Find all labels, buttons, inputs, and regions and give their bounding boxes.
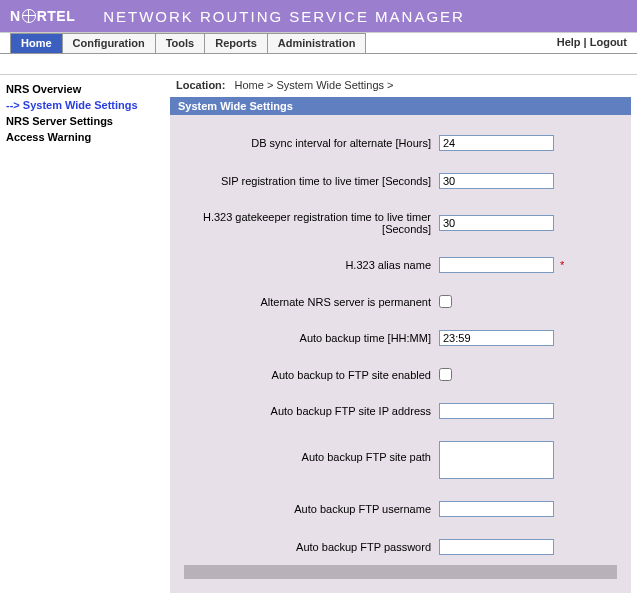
label-ftp-enabled: Auto backup to FTP site enabled xyxy=(184,369,439,381)
top-banner: N RTEL NETWORK ROUTING SERVICE MANAGER xyxy=(0,0,637,32)
tab-tools[interactable]: Tools xyxy=(155,33,206,53)
settings-form: DB sync interval for alternate [Hours] S… xyxy=(170,115,631,593)
label-ftp-pass: Auto backup FTP password xyxy=(184,541,439,553)
main-area: NRS Overview System Wide Settings NRS Se… xyxy=(0,75,637,598)
header-links: Help | Logout xyxy=(547,33,637,53)
label-ftp-user: Auto backup FTP username xyxy=(184,503,439,515)
label-sip-ttl: SIP registration time to live timer [Sec… xyxy=(184,175,439,187)
label-alt-permanent: Alternate NRS server is permanent xyxy=(184,296,439,308)
breadcrumb: Location: Home > System Wide Settings > xyxy=(170,75,631,97)
section-header: System Wide Settings xyxy=(170,97,631,115)
brand-logo: N RTEL xyxy=(10,8,75,24)
brand-post: RTEL xyxy=(37,8,76,24)
required-marker: * xyxy=(560,259,564,271)
sidebar-item-overview[interactable]: NRS Overview xyxy=(6,81,162,97)
checkbox-ftp-enabled[interactable] xyxy=(439,368,452,381)
input-ftp-pass[interactable] xyxy=(439,539,554,555)
input-h323-alias[interactable] xyxy=(439,257,554,273)
tab-reports[interactable]: Reports xyxy=(204,33,268,53)
breadcrumb-label: Location: xyxy=(176,79,226,91)
help-link[interactable]: Help xyxy=(557,36,581,48)
input-db-sync[interactable] xyxy=(439,135,554,151)
sidebar: NRS Overview System Wide Settings NRS Se… xyxy=(0,75,170,145)
brand-pre: N xyxy=(10,8,21,24)
breadcrumb-home[interactable]: Home xyxy=(235,79,264,91)
label-h323-ttl: H.323 gatekeeper registration time to li… xyxy=(184,211,439,235)
input-ftp-user[interactable] xyxy=(439,501,554,517)
input-h323-ttl[interactable] xyxy=(439,215,554,231)
app-title: NETWORK ROUTING SERVICE MANAGER xyxy=(103,8,465,25)
breadcrumb-current[interactable]: System Wide Settings xyxy=(276,79,384,91)
logout-link[interactable]: Logout xyxy=(590,36,627,48)
input-sip-ttl[interactable] xyxy=(439,173,554,189)
sidebar-item-access-warning[interactable]: Access Warning xyxy=(6,129,162,145)
breadcrumb-sep2: > xyxy=(387,79,393,91)
sidebar-item-server-settings[interactable]: NRS Server Settings xyxy=(6,113,162,129)
input-ftp-ip[interactable] xyxy=(439,403,554,419)
checkbox-alt-permanent[interactable] xyxy=(439,295,452,308)
sidebar-item-system-wide[interactable]: System Wide Settings xyxy=(6,97,162,113)
label-auto-backup-time: Auto backup time [HH:MM] xyxy=(184,332,439,344)
label-db-sync: DB sync interval for alternate [Hours] xyxy=(184,137,439,149)
textarea-ftp-path[interactable] xyxy=(439,441,554,479)
label-ftp-ip: Auto backup FTP site IP address xyxy=(184,405,439,417)
label-ftp-path: Auto backup FTP site path xyxy=(184,441,439,463)
globe-icon xyxy=(22,9,36,23)
tab-configuration[interactable]: Configuration xyxy=(62,33,156,53)
tab-home[interactable]: Home xyxy=(10,33,63,53)
input-auto-backup-time[interactable] xyxy=(439,330,554,346)
footer-strip xyxy=(184,565,617,579)
label-h323-alias: H.323 alias name xyxy=(184,259,439,271)
tab-administration[interactable]: Administration xyxy=(267,33,367,53)
main-tabs: Home Configuration Tools Reports Adminis… xyxy=(0,32,637,54)
content-area: Location: Home > System Wide Settings > … xyxy=(170,75,637,598)
